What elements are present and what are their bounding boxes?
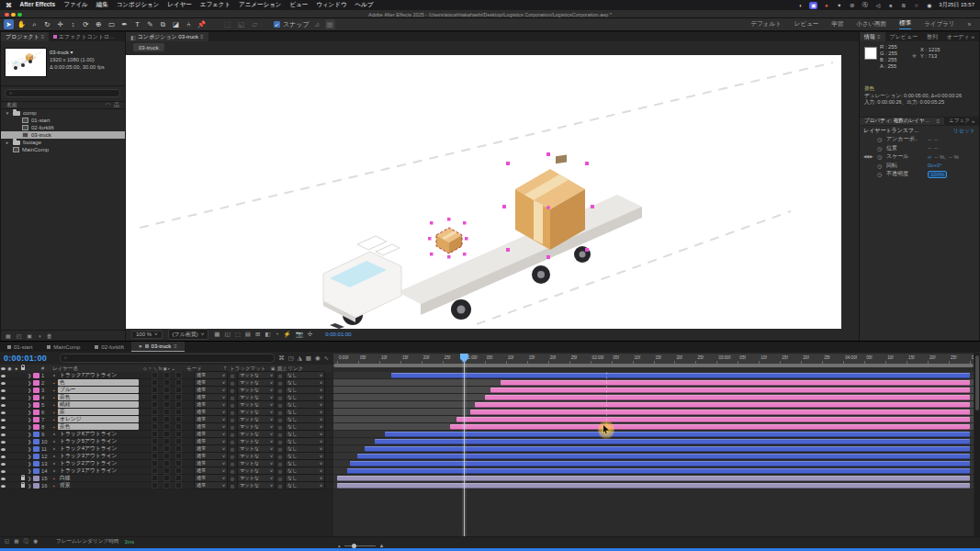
layer-row-16[interactable]: ❯16▪背景通常˅◎マットな˅◎なし˅	[0, 482, 332, 489]
layer-switches[interactable]	[139, 453, 194, 459]
lock-cell[interactable]	[19, 475, 26, 481]
pickwhip-icon[interactable]: ◎	[228, 446, 237, 452]
layer-name[interactable]: トラック6アウトライン	[58, 431, 139, 437]
expand-arrow-icon[interactable]: ❯	[26, 432, 33, 437]
graph-row-12[interactable]	[333, 453, 974, 460]
stopwatch-icon[interactable]: ◷	[877, 171, 884, 177]
property-value-2[interactable]: -- %	[949, 154, 959, 160]
property-label[interactable]: 回転	[886, 162, 925, 170]
expand-arrow-icon[interactable]: ❯	[26, 446, 33, 452]
switch-box[interactable]	[163, 372, 170, 378]
mask-visibility-icon[interactable]: ◱	[224, 331, 230, 338]
workspace-overflow-icon[interactable]: »	[967, 21, 971, 28]
layer-row-10[interactable]: ❯10＊トラック5アウトライン通常˅◎マットな˅◎なし˅	[0, 438, 332, 445]
layer-name[interactable]: トラック3アウトライン	[58, 453, 139, 459]
stopwatch-icon[interactable]: ◷	[877, 136, 884, 142]
layer-row-14[interactable]: ❯14＊トラック1アウトライン通常˅◎マットな˅◎なし˅	[0, 467, 332, 475]
tab-プレビュー[interactable]: プレビュー	[885, 32, 923, 41]
eye-icon[interactable]	[0, 424, 6, 430]
layer-name[interactable]: トラック7アウトライン	[58, 372, 139, 378]
expand-arrow-icon[interactable]: ❯	[26, 388, 33, 393]
layer-row-5[interactable]: ❯5▪紙紐通常˅◎マットな˅◎なし˅	[0, 401, 332, 409]
pickwhip-icon[interactable]: ◎	[228, 388, 237, 393]
switch-box[interactable]	[152, 460, 158, 467]
pickwhip-icon[interactable]: ◎	[228, 380, 237, 386]
property-value[interactable]: --	[928, 137, 931, 142]
eye-icon[interactable]	[0, 483, 6, 489]
switch-box[interactable]	[175, 416, 182, 422]
parent-pickwhip-icon[interactable]: ◎	[276, 476, 285, 481]
expand-arrow-icon[interactable]: ❯	[26, 410, 33, 415]
property-value-2[interactable]: --	[934, 145, 938, 151]
property-label[interactable]: アンカーポ..	[886, 135, 925, 143]
workspace-デフォルト[interactable]: デフォルト	[751, 20, 782, 28]
eye-icon[interactable]	[0, 446, 6, 452]
comp-current-time[interactable]: 0:00:01:00	[325, 332, 351, 337]
pickwhip-icon[interactable]: ◎	[228, 417, 237, 422]
rulers-icon[interactable]: ⊞	[255, 331, 260, 338]
switch-box[interactable]	[175, 467, 182, 474]
panel-menu-icon[interactable]: ≡	[174, 343, 177, 349]
lock-cell[interactable]	[19, 482, 26, 489]
eye-icon[interactable]	[0, 461, 6, 467]
property-value[interactable]: 0x+0°	[928, 163, 942, 168]
switch-box[interactable]	[163, 445, 170, 452]
switch-box[interactable]	[152, 423, 158, 430]
switch-box[interactable]	[163, 460, 170, 467]
parent-pickwhip-icon[interactable]: ◎	[276, 417, 285, 422]
layer-row-9[interactable]: ❯9＊トラック6アウトライン通常˅◎マットな˅◎なし˅	[0, 431, 332, 438]
property-value[interactable]: -- %,	[934, 154, 946, 160]
switch-box[interactable]	[175, 460, 182, 467]
layer-row-4[interactable]: ❯4▪茶色通常˅◎マットな˅◎なし˅	[0, 394, 332, 401]
new-folder-icon[interactable]: ◰	[17, 332, 22, 339]
parent-dropdown[interactable]: なし˅	[285, 481, 325, 489]
switch-box[interactable]	[163, 431, 170, 437]
expand-arrow-icon[interactable]: ❯	[26, 483, 33, 489]
timeline-tab-01-start[interactable]: 01-start	[0, 342, 39, 352]
pickwhip-icon[interactable]: ◎	[228, 432, 237, 437]
layer-name[interactable]: 色	[58, 379, 139, 386]
graph-row-6[interactable]	[333, 409, 974, 416]
switch-box[interactable]	[163, 423, 170, 430]
resolution-icon[interactable]: ◔	[276, 331, 279, 338]
drive-icon[interactable]: ✦	[835, 2, 843, 9]
label-color-chip[interactable]	[33, 373, 39, 378]
property-value[interactable]: 100%	[928, 171, 947, 178]
timeline-tab-03-truck[interactable]: ×03-truck≡	[131, 342, 185, 352]
project-item-01-start[interactable]: 01-start	[1, 117, 125, 124]
label-color-chip[interactable]	[33, 402, 39, 408]
layer-bar[interactable]	[337, 476, 970, 481]
layer-name[interactable]: 茶	[58, 409, 139, 415]
menu-item-9[interactable]: ウィンドウ	[316, 1, 346, 9]
layer-row-2[interactable]: ❯2▪色通常˅◎マットな˅◎なし˅	[0, 379, 332, 387]
bluetooth-icon[interactable]: ʙ	[886, 2, 895, 9]
graph-row-5[interactable]	[333, 401, 974, 409]
expand-arrow-icon[interactable]: ❯	[26, 461, 33, 467]
switch-box[interactable]	[175, 387, 182, 393]
property-label[interactable]: スケール	[886, 152, 925, 161]
menu-item-8[interactable]: ビュー	[290, 1, 309, 9]
column-options-icon[interactable]: ◠	[106, 101, 110, 109]
expand-arrow-icon[interactable]: ❯	[26, 402, 33, 408]
eye-icon[interactable]	[0, 432, 6, 437]
layer-name[interactable]: 白線	[58, 475, 139, 481]
switch-box[interactable]	[152, 482, 158, 489]
expand-arrow-icon[interactable]: ❯	[26, 468, 33, 474]
eye-icon[interactable]	[0, 395, 6, 400]
new-comp-icon[interactable]: ▣	[27, 332, 32, 339]
parent-pickwhip-icon[interactable]: ◎	[276, 410, 285, 415]
layer-row-12[interactable]: ❯12＊トラック3アウトライン通常˅◎マットな˅◎なし˅	[0, 453, 332, 460]
layer-bar[interactable]	[485, 395, 970, 400]
resolution-dropdown[interactable]: (フル画質)˅	[168, 329, 209, 340]
pen-tool[interactable]: ✒	[119, 19, 130, 29]
pickwhip-icon[interactable]: ◎	[228, 395, 237, 400]
parent-pickwhip-icon[interactable]: ◎	[276, 388, 285, 393]
layer-name[interactable]: 背景	[58, 482, 139, 489]
layer-row-7[interactable]: ❯7▪オレンジ通常˅◎マットな˅◎なし˅	[0, 416, 332, 423]
switch-box[interactable]	[152, 409, 158, 415]
layer-row-11[interactable]: ❯11＊トラック4アウトライン通常˅◎マットな˅◎なし˅	[0, 445, 332, 453]
eye-icon[interactable]	[0, 476, 6, 481]
trkmat-dropdown[interactable]: マットな˅	[237, 481, 276, 489]
switch-box[interactable]	[152, 394, 158, 400]
switch-box[interactable]	[152, 372, 158, 378]
